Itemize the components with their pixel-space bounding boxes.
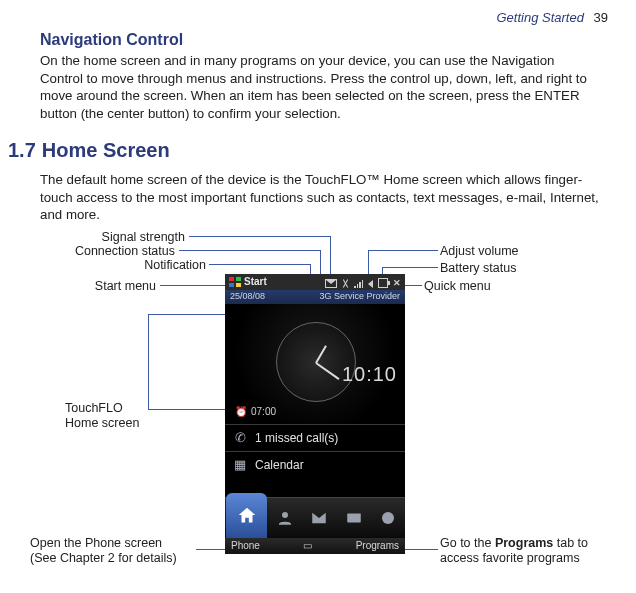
notification-icon [325,279,337,288]
home-screen-body: The default home screen of the device is… [0,171,636,224]
softkey-right: Programs [356,540,399,553]
tab-people [268,498,302,538]
carrier-label: 3G Service Provider [319,291,400,302]
clock-hand-hour [315,345,327,363]
label-go-programs-suffix: tab to [553,536,588,550]
label-touchflo-line2: Home screen [65,416,139,430]
softkey-left: Phone [231,540,260,553]
close-icon: ✕ [393,279,401,288]
mail-icon [345,509,363,527]
label-notification: Notification [144,258,206,272]
softkey-center-icon: ▭ [303,540,312,553]
label-go-programs-line2: access favorite programs [440,551,580,565]
label-touchflo: TouchFLO Home screen [65,401,139,431]
connection-icon [342,279,349,288]
volume-icon [368,280,373,288]
label-quick-menu: Quick menu [424,279,491,294]
phone-icon: ✆ [233,430,247,446]
navigation-control-heading: Navigation Control [40,30,595,50]
section-title: Home Screen [42,139,170,161]
calendar-row: ▦ Calendar [225,451,405,478]
svg-point-0 [282,512,288,518]
missed-calls-text: 1 missed call(s) [255,431,338,446]
running-header: Getting Started 39 [496,10,608,26]
home-screen-section: 1.7Home Screen The default home screen o… [0,138,636,224]
label-touchflo-line1: TouchFLO [65,401,123,415]
calendar-icon: ▦ [233,457,247,473]
people-icon [276,509,294,527]
label-open-phone-line1: Open the Phone screen [30,536,162,550]
page-number: 39 [594,10,608,25]
label-start-menu: Start menu [95,279,156,293]
label-battery-status: Battery status [440,261,516,276]
alarm-icon: ⏰ [235,406,247,419]
label-go-programs-bold: Programs [495,536,553,550]
label-connection-status: Connection status [75,244,175,258]
home-icon [236,505,258,527]
digital-time: 10:10 [342,362,397,387]
info-bar: 25/08/08 3G Service Provider [225,290,405,304]
label-adjust-volume: Adjust volume [440,244,519,259]
calendar-text: Calendar [255,458,304,473]
svg-point-2 [382,512,394,524]
label-go-programs: Go to the Programs tab to access favorit… [440,536,620,566]
clock-area: 10:10 ⏰ 07:00 [225,304,405,424]
windows-logo-icon [229,277,241,287]
home-screen-heading: 1.7Home Screen [0,138,636,163]
start-label: Start [244,276,267,289]
tab-internet [371,498,405,538]
tab-messages [302,498,336,538]
tab-home [226,493,267,538]
alarm-line: ⏰ 07:00 [235,406,276,419]
softkey-bar: Phone ▭ Programs [225,538,405,554]
section-number: 1.7 [8,139,36,161]
svg-rect-1 [347,514,361,523]
date-label: 25/08/08 [230,291,265,302]
status-bar: Start ✕ [225,274,405,290]
navigation-control-section: Navigation Control On the home screen an… [40,30,595,122]
alarm-time: 07:00 [251,406,276,419]
home-screen-diagram: Signal strength Connection status Notifi… [0,228,636,593]
label-go-programs-prefix: Go to the [440,536,495,550]
globe-icon [379,509,397,527]
signal-icon [354,279,363,288]
label-open-phone: Open the Phone screen (See Chapter 2 for… [30,536,210,566]
battery-icon [378,278,388,288]
device-screenshot: Start ✕ 25/08/08 3G Service Provider 10:… [225,274,405,554]
touchflo-tab-bar [225,497,405,538]
navigation-control-body: On the home screen and in many programs … [40,52,595,122]
clock-hand-minute [315,362,339,380]
label-signal-strength: Signal strength [102,230,185,244]
tab-mail [337,498,371,538]
envelope-icon [310,509,328,527]
header-title: Getting Started [496,10,583,25]
missed-calls-row: ✆ 1 missed call(s) [225,424,405,451]
label-open-phone-line2: (See Chapter 2 for details) [30,551,177,565]
